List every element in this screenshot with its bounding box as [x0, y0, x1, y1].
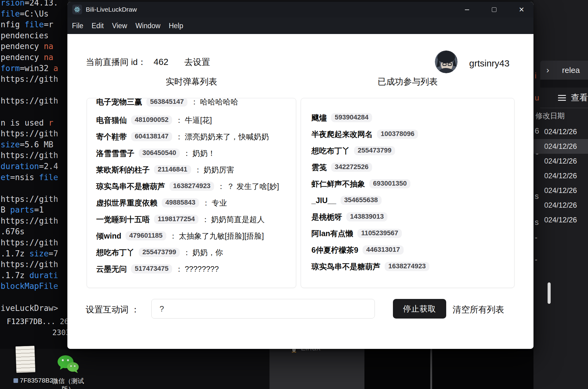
danmaku-panel[interactable]: 电子宠物三赢563845147：哈哈哈哈哈电音猫仙481090052：牛逼[花]… — [87, 98, 296, 288]
room-info-row: 当前直播间 id： 462 去设置 — [86, 56, 210, 68]
uid-badge: 306450540 — [139, 149, 180, 158]
terminal-line: et=nsis file — [1, 172, 58, 183]
uid-badge: 1105239567 — [357, 229, 402, 238]
room-id-label: 当前直播间 id： — [86, 56, 146, 68]
danmaku-message: 奶奶厉害 — [204, 165, 234, 175]
participant-row: 飀燼593904284 — [311, 109, 514, 126]
title-bar[interactable]: Bili-LiveLuckDraw ✕ — [67, 2, 533, 17]
room-id-value: 462 — [154, 57, 168, 67]
clipped-filename-glyph: - — [535, 255, 537, 264]
menu-item-file[interactable]: File — [72, 22, 83, 30]
terminal-line: https://gith — [1, 216, 58, 227]
participant-username: 半夜爬起来改网名 — [311, 129, 373, 139]
clipped-filename-glyph: i — [535, 71, 537, 81]
danmaku-username: 琼实鸟串不是糖葫芦 — [96, 181, 165, 191]
uid-badge: 481090052 — [131, 115, 172, 125]
uid-badge: 593904284 — [331, 113, 372, 122]
explorer-date-row[interactable]: 024/12/26 — [533, 168, 588, 183]
danmaku-username: 倾wind — [96, 231, 121, 241]
uid-badge: 1638274923 — [169, 182, 214, 191]
participant-row: 雲笺342272526 — [311, 159, 514, 176]
participants-panel[interactable]: 飀燼593904284半夜爬起来改网名100378096想吃布丁丫2554737… — [301, 98, 514, 288]
terminal-line — [1, 292, 58, 303]
explorer-date-row[interactable]: 024/12/26 — [533, 198, 588, 213]
menu-item-window[interactable]: Window — [135, 22, 160, 30]
keyword-input[interactable] — [151, 299, 375, 319]
clipped-filename-glyph: - — [535, 233, 537, 242]
terminal-line: B parts=1 — [1, 205, 58, 216]
desktop-file-thumbnail[interactable] — [16, 346, 36, 373]
danmaku-row: 电子宠物三赢563845147：哈哈哈哈哈 — [96, 98, 287, 112]
explorer-view-button[interactable]: 查看 — [540, 91, 588, 105]
danmaku-row: 琼实鸟串不是糖葫芦1638274923：？ 发生了啥[妙] — [96, 178, 287, 194]
danmaku-message: ？ 发生了啥[妙] — [227, 181, 279, 191]
minimize-icon — [465, 9, 469, 10]
goto-settings-link[interactable]: 去设置 — [184, 56, 210, 68]
participant-username: 飀燼 — [311, 113, 327, 123]
participant-username: 琼实鸟串不是糖葫芦 — [311, 262, 380, 272]
chevron-right-icon: › — [546, 65, 549, 75]
terminal-line — [1, 85, 58, 96]
danmaku-row: 寄个鞋带604138147：漂亮奶奶来了，快喊奶奶 — [96, 128, 287, 145]
danmaku-row: 云墨无问517473475：???????? — [96, 261, 287, 277]
terminal-line: https://gith — [1, 150, 58, 161]
date-modified-column-header[interactable]: 修改日期 — [535, 111, 565, 121]
participant-username: 雲笺 — [311, 162, 327, 172]
explorer-gap — [540, 80, 588, 88]
danmaku-username: 云墨无问 — [96, 264, 127, 274]
menu-item-edit[interactable]: Edit — [92, 22, 104, 30]
terminal-line: rsion=24.13. — [1, 0, 58, 9]
clear-all-lists-button[interactable]: 清空所有列表 — [453, 304, 504, 315]
danmaku-row: 莱欧斯利的柱子21146841：奶奶厉害 — [96, 161, 287, 178]
danmaku-list: 电子宠物三赢563845147：哈哈哈哈哈电音猫仙481090052：牛逼[花]… — [87, 98, 296, 277]
participant-username: 阿lan有点懒 — [311, 228, 353, 239]
menu-item-help[interactable]: Help — [169, 22, 183, 30]
explorer-date-row[interactable]: 024/12/26 — [533, 213, 588, 227]
explorer-scrollbar[interactable] — [548, 282, 551, 304]
danmaku-row: 倾wind479601185：太抽象了九敏[捂脸][捂脸] — [96, 228, 287, 244]
explorer-date-row[interactable]: 024/12/26 — [533, 183, 588, 198]
stop-fetch-button[interactable]: 停止获取 — [393, 299, 446, 319]
wechat-label: 微信（测试 — [49, 377, 87, 385]
uid-badge: 604138147 — [131, 132, 172, 141]
participant-username: 是桃栀呀 — [311, 212, 342, 222]
danmaku-section-title: 实时弹幕列表 — [87, 76, 296, 88]
danmaku-message: ???????? — [185, 265, 219, 274]
close-button[interactable]: ✕ — [512, 2, 531, 17]
danmaku-username: 电子宠物三赢 — [96, 98, 142, 107]
explorer-date-row[interactable]: 024/12/26 — [533, 154, 588, 168]
terminal-line: https://gith — [1, 74, 58, 85]
avatar[interactable] — [435, 51, 458, 73]
background-scrollbar[interactable] — [430, 349, 432, 389]
minimize-button[interactable] — [458, 2, 477, 17]
background-terminal-window: rsion=24.13.file=C:\Usnfig file=rpendenc… — [0, 0, 68, 389]
app-icon-chip — [72, 5, 82, 14]
wechat-desktop-icon[interactable] — [57, 354, 80, 375]
explorer-date-row[interactable]: 024/12/26 — [533, 124, 588, 139]
danmaku-message: 奶奶简直是超人 — [211, 214, 265, 225]
uid-badge: 21146841 — [154, 165, 191, 174]
participant-username: 想吃布丁丫 — [311, 146, 350, 156]
danmaku-username: 电音猫仙 — [96, 115, 127, 125]
terminal-line: pendency na — [1, 52, 58, 63]
explorer-date-row[interactable]: 024/12/26 — [533, 139, 588, 154]
danmaku-username: 莱欧斯利的柱子 — [96, 165, 150, 175]
uid-badge: 143839013 — [346, 212, 387, 221]
menu-item-view[interactable]: View — [112, 22, 127, 30]
maximize-button[interactable] — [484, 2, 503, 17]
divider — [540, 108, 588, 108]
participant-username: 6仲夏柠檬茶9 — [311, 245, 358, 255]
participant-username: _JIU__ — [311, 196, 336, 205]
danmaku-row: 想吃布丁丫255473799：奶奶，你 — [96, 244, 287, 261]
terminal-line: https://gith — [1, 194, 58, 205]
danmaku-message: 漂亮奶奶来了，快喊奶奶 — [185, 132, 269, 142]
explorer-breadcrumb[interactable]: › relea — [540, 61, 588, 80]
participants-section-title: 已成功参与列表 — [301, 76, 514, 88]
danmaku-username: 寄个鞋带 — [96, 132, 127, 142]
participant-username: 虾仁鲜声不抽象 — [311, 179, 365, 189]
background-panel — [270, 349, 364, 389]
terminal-line: https://gith — [1, 237, 58, 248]
participant-row: 阿lan有点懒1105239567 — [311, 225, 514, 242]
uid-badge: 354655638 — [341, 196, 382, 205]
terminal-line: https://gith — [1, 259, 58, 270]
